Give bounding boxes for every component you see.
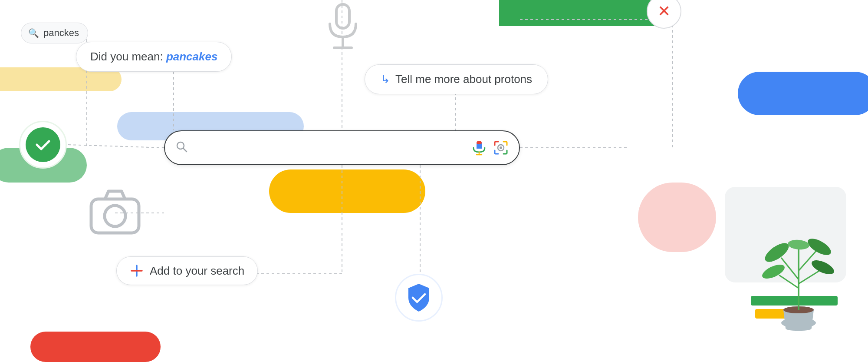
decorative-blue-right-pill: [738, 72, 868, 115]
camera-outline-icon: [87, 187, 143, 235]
tell-more-text: Tell me more about protons: [395, 73, 532, 86]
svg-point-36: [762, 239, 792, 266]
google-lens-icon[interactable]: [493, 140, 509, 156]
autocorrect-suggestion: pancakes: [166, 50, 218, 63]
search-chip-query: panckes: [43, 27, 79, 39]
svg-rect-12: [336, 4, 349, 28]
svg-line-35: [799, 271, 819, 284]
plant-illustration: [755, 223, 842, 336]
microphone-top-icon: [317, 0, 369, 52]
decorative-yellow-center-pill: [269, 169, 425, 213]
decorative-pink-right-blob: [638, 183, 716, 252]
svg-point-38: [760, 262, 787, 281]
blue-shield-circle: [395, 274, 443, 322]
svg-point-17: [177, 142, 184, 149]
search-icon-main: [175, 140, 187, 156]
search-bar-right-icons: [471, 140, 509, 156]
svg-point-40: [787, 239, 810, 250]
did-you-mean-prefix: Did you mean:: [90, 50, 166, 63]
x-icon: ✕: [658, 2, 671, 20]
tell-more-bubble[interactable]: ↳ Tell me more about protons: [365, 64, 548, 94]
checkmark-icon: [26, 127, 60, 162]
green-check-circle: [19, 121, 67, 169]
add-to-search-label: Add to your search: [150, 264, 244, 278]
svg-rect-20: [477, 141, 482, 145]
search-chip-top[interactable]: 🔍 panckes: [21, 23, 88, 43]
svg-line-34: [779, 275, 799, 288]
svg-line-18: [184, 148, 187, 152]
svg-point-37: [806, 236, 834, 259]
follow-up-arrow-icon: ↳: [381, 73, 390, 86]
svg-point-16: [105, 206, 125, 226]
voice-search-icon[interactable]: [471, 140, 487, 156]
google-plus-icon: [130, 264, 144, 278]
svg-rect-21: [477, 144, 482, 149]
svg-point-25: [500, 146, 502, 149]
decorative-red-bottom-pill: [30, 332, 161, 362]
svg-line-2: [68, 145, 164, 148]
add-to-search-chip[interactable]: Add to your search: [116, 256, 258, 285]
did-you-mean-bubble[interactable]: Did you mean: pancakes: [76, 42, 232, 72]
main-search-bar[interactable]: [164, 130, 520, 165]
search-icon-small: 🔍: [28, 28, 39, 38]
